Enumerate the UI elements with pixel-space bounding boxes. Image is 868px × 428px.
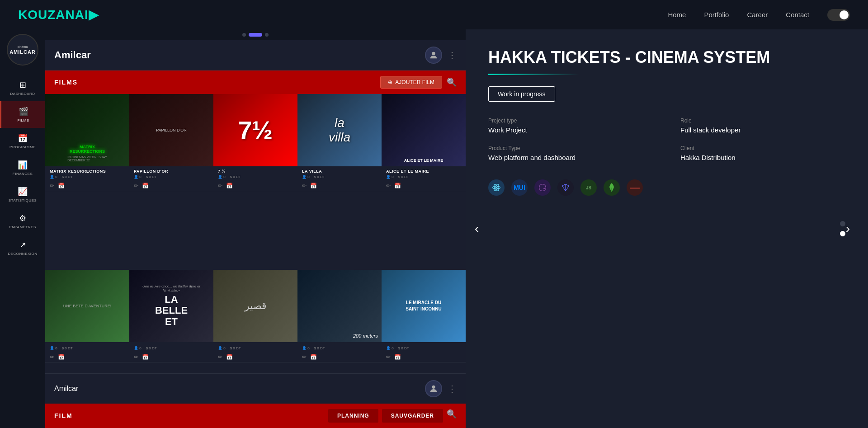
calendar-icon[interactable]: 📅 bbox=[58, 183, 65, 189]
edit-icon[interactable]: ✏ bbox=[386, 354, 391, 360]
bottom-user-avatar bbox=[425, 380, 442, 397]
sidebar-item-films[interactable]: 🎬 FILMS bbox=[0, 101, 45, 128]
cinema-app-panel: Amilcar ⋮ FILMS ⊕ AJ bbox=[45, 29, 466, 428]
film-poster-papillon: PAPILLON D'OR bbox=[129, 94, 213, 166]
sidebar-item-dashboard[interactable]: ⊞ DASHBOARD bbox=[0, 75, 45, 101]
film-card-alice[interactable]: ALICE ET LE MAIRE ALICE ET LE MAIRE 👤 0$… bbox=[382, 94, 466, 270]
sidebar-cinema-text: cinéma bbox=[18, 45, 28, 49]
film-card-villa[interactable]: lavilla LA VILLA 👤 0$ 0 DT ✏ 📅 bbox=[297, 94, 382, 270]
cinema-bottom-toolbar: FILM PLANNING SAUVGARDER 🔍 bbox=[45, 404, 466, 428]
sidebar-films-label: FILMS bbox=[17, 118, 29, 122]
project-details: Project type Work Project Role Full stac… bbox=[488, 118, 845, 161]
film-meta-matrix: 👤 0$ 0 DT bbox=[50, 175, 125, 179]
edit-icon[interactable]: ✏ bbox=[302, 354, 307, 360]
sidebar: cinéma AMILCAR ⊞ DASHBOARD 🎬 FILMS 📅 PRO… bbox=[0, 29, 45, 428]
prev-project-button[interactable]: ‹ bbox=[470, 217, 483, 240]
edit-icon[interactable]: ✏ bbox=[386, 183, 391, 189]
calendar-icon[interactable]: 📅 bbox=[226, 183, 233, 189]
film-info-qasir: 👤 0$ 0 DT bbox=[213, 342, 297, 352]
film-actions-matrix: ✏ 📅 bbox=[45, 181, 129, 191]
calendar-icon[interactable]: 📅 bbox=[226, 354, 233, 360]
project-type-value: Work Project bbox=[488, 126, 653, 134]
films-icon: 🎬 bbox=[19, 107, 28, 117]
deconnexion-icon: ↗ bbox=[19, 240, 26, 250]
nav-portfolio[interactable]: Portfolio bbox=[704, 11, 729, 19]
project-type-label: Project type bbox=[488, 118, 653, 124]
add-film-label: AJOUTER FILM bbox=[395, 79, 434, 85]
main-layout: cinéma AMILCAR ⊞ DASHBOARD 🎬 FILMS 📅 PRO… bbox=[0, 29, 868, 428]
sidebar-item-parametres[interactable]: ⚙ PARAMÈTRES bbox=[0, 208, 45, 235]
add-film-button[interactable]: ⊕ AJOUTER FILM bbox=[380, 76, 442, 89]
nav-home[interactable]: Home bbox=[668, 11, 686, 19]
sidebar-item-statistiques[interactable]: 📈 STATISTIQUES bbox=[0, 181, 45, 208]
plus-icon: ⊕ bbox=[388, 79, 392, 85]
film-actions-papillon: ✏ 📅 bbox=[129, 181, 213, 191]
film-actions-200: ✏ 📅 bbox=[297, 352, 382, 362]
role-label: Role bbox=[680, 118, 845, 124]
scroll-dots-top bbox=[45, 29, 466, 40]
film-meta-200: 👤 0$ 0 DT bbox=[302, 346, 377, 350]
svg-point-1 bbox=[432, 386, 435, 389]
film-card-matrix[interactable]: MATRIXRESURRECTIONS IN CINEMAS WEDNESDAY… bbox=[45, 94, 129, 270]
film-poster-matrix: MATRIXRESURRECTIONS IN CINEMAS WEDNESDAY… bbox=[45, 94, 129, 166]
dashboard-icon: ⊞ bbox=[19, 80, 26, 90]
sidebar-item-finances[interactable]: 📊 FINANCES bbox=[0, 155, 45, 181]
bottom-more-options-icon[interactable]: ⋮ bbox=[448, 383, 457, 394]
planning-button[interactable]: PLANNING bbox=[328, 409, 378, 423]
sidebar-dashboard-label: DASHBOARD bbox=[10, 92, 35, 96]
client-value: Hakka Distribution bbox=[680, 154, 845, 161]
film-meta-alice: 👤 0$ 0 DT bbox=[386, 175, 461, 179]
calendar-icon[interactable]: 📅 bbox=[142, 183, 149, 189]
panel-dot-active[interactable] bbox=[840, 231, 845, 236]
edit-icon[interactable]: ✏ bbox=[134, 354, 138, 360]
redux-icon bbox=[534, 179, 551, 196]
edit-icon[interactable]: ✏ bbox=[302, 183, 307, 189]
edit-icon[interactable]: ✏ bbox=[50, 183, 54, 189]
save-button[interactable]: SAUVGARDER bbox=[382, 409, 443, 423]
toolbar-right: ⊕ AJOUTER FILM 🔍 bbox=[380, 76, 457, 89]
sidebar-parametres-label: PARAMÈTRES bbox=[9, 225, 36, 229]
bottom-toolbar-actions: PLANNING SAUVGARDER 🔍 bbox=[328, 409, 457, 423]
nav-contact[interactable]: Contact bbox=[786, 11, 809, 19]
edit-icon[interactable]: ✏ bbox=[218, 354, 222, 360]
cinema-app-header: Amilcar ⋮ bbox=[45, 40, 466, 71]
film-meta-qasir: 👤 0$ 0 DT bbox=[218, 346, 293, 350]
more-options-icon[interactable]: ⋮ bbox=[448, 50, 457, 61]
bottom-search-icon[interactable]: 🔍 bbox=[447, 409, 457, 423]
film-card-papillon[interactable]: PAPILLON D'OR PAPILLON D'OR 👤 0$ 0 DT ✏ … bbox=[129, 94, 213, 270]
film-poster-villa: lavilla bbox=[297, 94, 382, 166]
calendar-icon[interactable]: 📅 bbox=[58, 354, 65, 360]
work-in-progress-badge: Work in progress bbox=[488, 86, 555, 102]
sidebar-item-programme[interactable]: 📅 PROGRAMME bbox=[0, 128, 45, 155]
film-info-alice: ALICE ET LE MAIRE 👤 0$ 0 DT bbox=[382, 166, 466, 181]
calendar-icon[interactable]: 📅 bbox=[310, 183, 317, 189]
calendar-icon[interactable]: 📅 bbox=[394, 183, 401, 189]
client-label: Client bbox=[680, 145, 845, 151]
film-title-villa: LA VILLA bbox=[302, 169, 377, 174]
film-actions-7half: ✏ 📅 bbox=[213, 181, 297, 191]
nav-career[interactable]: Career bbox=[747, 11, 768, 19]
calendar-icon[interactable]: 📅 bbox=[142, 354, 149, 360]
film-actions-miracle: ✏ 📅 bbox=[382, 352, 466, 362]
search-icon[interactable]: 🔍 bbox=[447, 77, 457, 87]
panel-dot-1[interactable] bbox=[840, 221, 845, 226]
sidebar-finances-label: FINANCES bbox=[13, 172, 33, 176]
calendar-icon[interactable]: 📅 bbox=[310, 354, 317, 360]
calendar-icon[interactable]: 📅 bbox=[394, 354, 401, 360]
finances-icon: 📊 bbox=[18, 160, 28, 170]
film-card-7half[interactable]: 7½ 7 ½ 👤 0$ 0 DT ✏ 📅 bbox=[213, 94, 297, 270]
film-info-matrix: MATRIX RESURRECTIONS 👤 0$ 0 DT bbox=[45, 166, 129, 181]
film-title-alice: ALICE ET LE MAIRE bbox=[386, 169, 461, 174]
sidebar-item-deconnexion[interactable]: ↗ DÉCONNEXION bbox=[0, 235, 45, 261]
film-actions-belle: ✏ 📅 bbox=[129, 352, 213, 362]
film-poster-bete: UNE BÊTE D'AVENTURE! bbox=[45, 270, 129, 342]
dark-mode-toggle[interactable] bbox=[827, 9, 850, 21]
sidebar-amilcar-text: AMILCAR bbox=[9, 49, 36, 55]
dot-2[interactable] bbox=[249, 33, 262, 37]
film-poster-belle: Une œuvre choc... un thriller âpre et fé… bbox=[129, 270, 213, 342]
edit-icon[interactable]: ✏ bbox=[50, 354, 54, 360]
brand-logo: KOUZANAI▶ bbox=[18, 7, 99, 22]
edit-icon[interactable]: ✏ bbox=[134, 183, 138, 189]
panel-nav-dots bbox=[840, 221, 845, 236]
edit-icon[interactable]: ✏ bbox=[218, 183, 222, 189]
